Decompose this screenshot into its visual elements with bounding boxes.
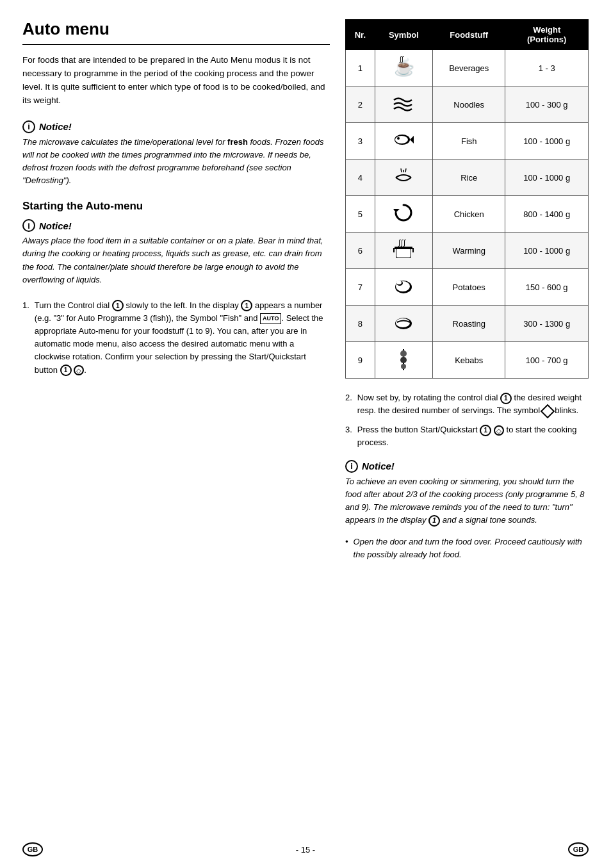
step-1-text: Turn the Control dial 1 slowly to the le… (35, 299, 330, 377)
bullet-item: • Open the door and turn the food over. … (345, 536, 589, 561)
cell-weight: 800 - 1400 g (505, 196, 589, 233)
step-1: 1. Turn the Control dial 1 slowly to the… (22, 299, 330, 377)
cell-nr: 3 (346, 123, 375, 160)
notice-title-1: i Notice! (22, 120, 330, 133)
bottom-section: 2. Now set by, by rotating the control d… (345, 391, 589, 561)
cell-weight: 100 - 1000 g (505, 233, 589, 269)
table-row: 2Noodles100 - 300 g (346, 86, 589, 123)
cell-weight: 150 - 600 g (505, 269, 589, 306)
step-2-text: Now set by, by rotating the control dial… (357, 391, 589, 417)
notice-text-2: Always place the food item in a suitable… (22, 234, 330, 286)
col-symbol: Symbol (375, 20, 432, 50)
control-dial-icon-2: 1 (500, 393, 512, 404)
cell-weight: 100 - 300 g (505, 86, 589, 123)
svg-rect-12 (395, 247, 412, 249)
notice-box-1: i Notice! The microwave calculates the t… (22, 120, 330, 188)
right-column: Nr. Symbol Foodstuff Weight(Portions) 1☕… (345, 19, 589, 561)
cell-foodstuff: Warming (433, 233, 505, 269)
svg-text:ʃʃ: ʃʃ (399, 56, 404, 63)
svg-marker-4 (410, 136, 414, 143)
col-foodstuff: Foodstuff (433, 20, 505, 50)
cell-nr: 5 (346, 196, 375, 233)
cell-weight: 300 - 1300 g (505, 306, 589, 342)
notice-box-3: i Notice! To achieve an even cooking or … (345, 460, 589, 527)
intro-text: For foods that are intended to be prepar… (22, 54, 330, 108)
cell-weight: 100 - 700 g (505, 342, 589, 379)
cell-symbol (375, 160, 432, 196)
notice-text-1: The microwave calculates the time/operat… (22, 136, 330, 188)
step-3: 3. Press the button Start/Quickstart 1 ◇… (345, 423, 589, 449)
cell-nr: 4 (346, 160, 375, 196)
cell-nr: 9 (346, 342, 375, 379)
cell-symbol (375, 86, 432, 123)
svg-point-24 (400, 357, 407, 363)
svg-point-5 (397, 137, 400, 140)
cell-nr: 1 (346, 50, 375, 86)
quickstart-icon-1: ◇ (74, 365, 84, 375)
svg-point-3 (395, 136, 408, 143)
step-2-num: 2. (345, 391, 352, 417)
cell-symbol: ☕ʃʃ (375, 50, 432, 86)
svg-rect-11 (396, 249, 411, 258)
page-title: Auto menu (22, 19, 330, 39)
table-row: 3Fish100 - 1000 g (346, 123, 589, 160)
table-row: 8Roasting300 - 1300 g (346, 306, 589, 342)
table-row: 7Potatoes150 - 600 g (346, 269, 589, 306)
cell-nr: 6 (346, 233, 375, 269)
display-icon-3: 1 (428, 515, 440, 527)
bullet-text: Open the door and turn the food over. Pr… (354, 536, 589, 561)
cell-symbol: ʃʃʃ (375, 233, 432, 269)
cell-weight: 1 - 3 (505, 50, 589, 86)
notice-icon-1: i (22, 120, 35, 133)
cell-weight: 100 - 1000 g (505, 123, 589, 160)
cell-foodstuff: Chicken (433, 196, 505, 233)
notice-box-2: i Notice! Always place the food item in … (22, 219, 330, 286)
notice-icon-2: i (22, 219, 35, 232)
cell-foodstuff: Kebabs (433, 342, 505, 379)
notice-text-3: To achieve an even cooking or simmering,… (345, 475, 589, 527)
svg-text:☕: ☕ (394, 57, 415, 78)
table-row: 6ʃʃʃWarming100 - 1000 g (346, 233, 589, 269)
notice-icon-3: i (345, 460, 358, 473)
bullet-dot: • (345, 536, 348, 561)
notice-title-3: i Notice! (345, 460, 589, 473)
cell-symbol (375, 306, 432, 342)
cell-foodstuff: Roasting (433, 306, 505, 342)
table-row: 9Kebabs100 - 700 g (346, 342, 589, 379)
cell-nr: 7 (346, 269, 375, 306)
svg-line-8 (405, 168, 406, 172)
control-dial-icon-1: 1 (112, 300, 124, 311)
start-icon-2: 1 (480, 425, 491, 436)
cell-foodstuff: Potatoes (433, 269, 505, 306)
auto-badge: AUTO (260, 313, 281, 325)
step-1-num: 1. (22, 299, 29, 377)
start-icon-1: 1 (60, 364, 72, 376)
cell-foodstuff: Rice (433, 160, 505, 196)
starting-subtitle: Starting the Auto-menu (22, 200, 330, 213)
svg-point-19 (396, 281, 402, 284)
col-nr: Nr. (346, 20, 375, 50)
footer-badge-left: GB (22, 842, 43, 856)
step-3-num: 3. (345, 423, 352, 449)
page-footer: GB - 15 - GB (0, 842, 611, 856)
left-column: Auto menu For foods that are intended to… (22, 19, 330, 386)
cell-nr: 2 (346, 86, 375, 123)
quickstart-icon-2: ◇ (494, 425, 504, 436)
table-row: 4Rice100 - 1000 g (346, 160, 589, 196)
cell-foodstuff: Beverages (433, 50, 505, 86)
svg-line-7 (401, 168, 402, 172)
page-layout: Auto menu For foods that are intended to… (22, 19, 589, 561)
col-weight: Weight(Portions) (505, 20, 589, 50)
food-table: Nr. Symbol Foodstuff Weight(Portions) 1☕… (345, 19, 589, 379)
step-3-text: Press the button Start/Quickstart 1 ◇ to… (357, 423, 589, 449)
table-row: 5Chicken800 - 1400 g (346, 196, 589, 233)
cell-weight: 100 - 1000 g (505, 160, 589, 196)
svg-text:ʃʃʃ: ʃʃʃ (398, 239, 406, 247)
table-header-row: Nr. Symbol Foodstuff Weight(Portions) (346, 20, 589, 50)
svg-point-25 (401, 364, 406, 369)
steps-list: 1. Turn the Control dial 1 slowly to the… (22, 299, 330, 377)
display-icon-1: 1 (241, 300, 252, 311)
section-divider (22, 44, 330, 45)
cell-foodstuff: Noodles (433, 86, 505, 123)
cell-symbol (375, 269, 432, 306)
